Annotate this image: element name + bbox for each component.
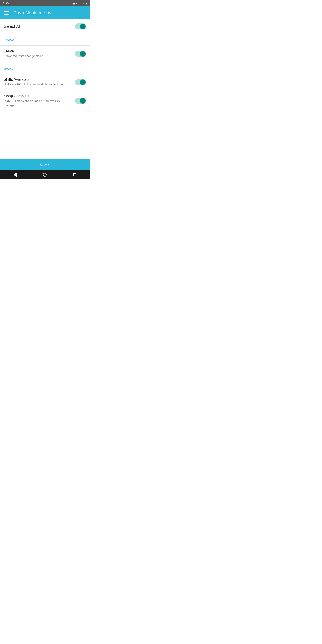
wifi-icon: ▾	[79, 2, 81, 5]
main-content: Select All Leave Leave Leave requests ch…	[0, 19, 90, 159]
leave-track	[75, 51, 86, 57]
status-time: 3:36	[3, 2, 8, 5]
app-bar: Push Notifications	[0, 6, 90, 19]
signal-icon: ▲	[82, 2, 84, 4]
shifts-available-desc: Shifts are POSTED (Empty shifts not incl…	[4, 82, 71, 86]
shifts-available-row: Shifts Available Shifts are POSTED (Empt…	[0, 74, 90, 90]
battery-icon: ▮	[86, 2, 87, 5]
status-icons: ▣ ⊘ ▾ ▲ ▮	[73, 2, 87, 5]
swap-complete-text: Swap Complete POSTED shifts are claimed …	[4, 94, 75, 107]
leave-item-desc: Leave requests change status	[4, 54, 71, 58]
nav-bar	[0, 170, 90, 180]
swap-complete-desc: POSTED shifts are claimed or removed by …	[4, 99, 71, 107]
swap-complete-name: Swap Complete	[4, 94, 71, 98]
leave-item-name: Leave	[4, 49, 71, 53]
swap-complete-track	[75, 98, 86, 104]
select-all-label: Select All	[4, 24, 21, 29]
select-all-toggle[interactable]	[75, 24, 86, 30]
status-bar: 3:36 ▣ ⊘ ▾ ▲ ▮	[0, 0, 90, 6]
swap-section-title: Swap	[4, 66, 14, 70]
leave-section-title: Leave	[4, 38, 14, 42]
home-button[interactable]	[43, 173, 47, 177]
swap-complete-row: Swap Complete POSTED shifts are claimed …	[0, 90, 90, 111]
shifts-available-toggle[interactable]	[75, 79, 86, 85]
save-button[interactable]: SAVE	[0, 159, 90, 170]
hamburger-menu-icon[interactable]	[4, 11, 9, 15]
app-bar-title: Push Notifications	[13, 10, 51, 16]
swap-complete-thumb	[80, 98, 86, 104]
leave-thumb	[80, 51, 86, 56]
select-all-thumb	[80, 24, 86, 29]
shifts-available-name: Shifts Available	[4, 78, 71, 82]
select-all-row: Select All	[0, 19, 90, 34]
leave-toggle[interactable]	[75, 51, 86, 57]
swap-complete-toggle[interactable]	[75, 98, 86, 104]
do-not-disturb-icon: ⊘	[76, 2, 78, 5]
select-all-track	[75, 24, 86, 30]
shifts-available-thumb	[80, 79, 86, 85]
sim-card-icon: ▣	[73, 2, 75, 5]
swap-section-header: Swap	[0, 62, 90, 74]
back-button[interactable]	[13, 173, 16, 177]
save-label: SAVE	[40, 162, 50, 166]
leave-item-text: Leave Leave requests change status	[4, 49, 75, 58]
leave-item-row: Leave Leave requests change status	[0, 46, 90, 62]
shifts-available-track	[75, 79, 86, 85]
recent-button[interactable]	[73, 173, 76, 176]
shifts-available-text: Shifts Available Shifts are POSTED (Empt…	[4, 78, 75, 86]
leave-section-header: Leave	[0, 34, 90, 46]
